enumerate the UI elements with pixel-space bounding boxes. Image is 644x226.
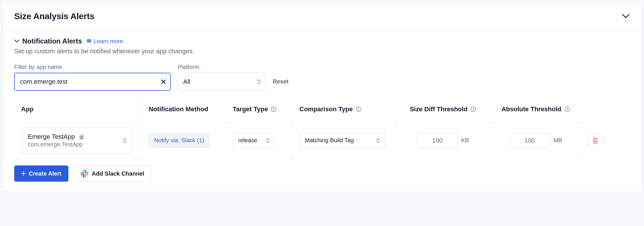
filter-platform-group: Platform All [178,64,266,91]
close-icon [161,79,166,84]
app-id: com.emerge.TestApp [28,141,117,148]
col-absolute-label: Absolute Threshold [501,105,561,113]
caret-sort-icon [122,137,127,144]
comparison-select[interactable]: Matching Build Tag [299,133,385,148]
section-description: Set up custom alerts to be notified when… [14,48,630,55]
cell-size-diff: KB [397,123,490,158]
table-row: Emerge TestApp com.emerge.TestApp Notify… [14,123,630,158]
col-target-label: Target Type [233,105,268,113]
col-actions [582,96,608,122]
size-diff-unit: KB [461,137,469,144]
size-diff-input[interactable] [417,133,458,148]
section-heading: Notification Alerts [22,37,82,45]
col-app: App [14,96,142,122]
filter-app-label: Filter by app name [14,64,171,70]
plus-icon [21,171,26,176]
platform-select-value: All [183,78,190,85]
info-icon[interactable] [470,106,476,112]
svg-rect-8 [473,109,474,111]
collapse-toggle[interactable] [622,12,630,20]
app-select[interactable]: Emerge TestApp com.emerge.TestApp [21,127,131,154]
svg-point-4 [358,108,359,109]
svg-point-1 [273,108,274,109]
card-body: Notification Alerts Learn more Set up cu… [3,30,641,192]
col-target: Target Type [226,96,292,122]
cell-actions [582,123,608,158]
info-icon[interactable] [564,106,570,112]
col-absolute: Absolute Threshold [490,96,582,122]
footer-row: Create Alert Add Slack Channel [14,165,630,182]
cell-comparison: Matching Build Tag [292,123,397,158]
slack-icon [81,170,88,177]
learn-more-link[interactable]: Learn more [94,38,123,45]
add-slack-label: Add Slack Channel [92,170,144,177]
info-icon[interactable] [271,106,276,112]
cell-method: Notify via: Slack (1) [142,123,226,158]
info-icon[interactable] [356,106,361,112]
trash-icon [592,137,598,144]
cell-app: Emerge TestApp com.emerge.TestApp [14,123,142,158]
add-slack-button[interactable]: Add Slack Channel [74,165,152,182]
col-comparison: Comparison Type [292,96,397,122]
caret-sort-icon [257,79,261,85]
clear-filter-button[interactable] [160,79,167,85]
apple-icon [79,134,85,140]
col-size-diff-label: Size Diff Threshold [410,105,467,113]
filter-app-input-wrap [14,73,171,91]
cell-absolute: MB [490,123,582,158]
col-size-diff: Size Diff Threshold [397,96,490,122]
section-heading-row: Notification Alerts Learn more [14,37,630,45]
target-select[interactable]: release [233,133,274,148]
reset-button[interactable]: Reset [273,73,288,91]
alerts-table: App Notification Method Target Type Comp… [14,96,630,158]
card-title: Size Analysis Alerts [14,11,94,21]
create-alert-button[interactable]: Create Alert [14,165,68,182]
filter-app-group: Filter by app name [14,64,171,91]
card-header: Size Analysis Alerts [3,3,641,30]
svg-point-7 [473,108,474,109]
svg-rect-5 [358,109,359,111]
col-method: Notification Method [142,96,226,122]
size-analysis-card: Size Analysis Alerts Notification Alerts… [2,2,642,192]
filter-app-input[interactable] [14,73,171,91]
absolute-unit: MB [554,137,562,144]
table-header-row: App Notification Method Target Type Comp… [14,96,630,123]
delete-button[interactable] [588,133,603,148]
absolute-input[interactable] [510,133,550,148]
caret-sort-icon [376,137,380,144]
cell-target: release [226,123,292,158]
chevron-down-icon [622,14,630,19]
filter-platform-label: Platform [178,64,266,70]
platform-select[interactable]: All [178,73,266,91]
col-comparison-label: Comparison Type [299,105,353,113]
svg-rect-2 [273,109,274,111]
section-collapse-toggle[interactable] [14,39,19,44]
svg-point-10 [567,108,567,109]
create-alert-label: Create Alert [29,170,61,177]
chevron-down-icon [14,40,19,43]
app-name: Emerge TestApp [28,133,75,141]
book-icon [86,38,92,44]
learn-more-group: Learn more [86,38,123,45]
comparison-select-value: Matching Build Tag [305,137,354,144]
target-select-value: release [238,137,257,144]
notification-method-badge[interactable]: Notify via: Slack (1) [149,133,210,147]
filter-row: Filter by app name Platform All [14,64,630,91]
caret-sort-icon [265,137,270,144]
svg-rect-11 [567,109,567,111]
